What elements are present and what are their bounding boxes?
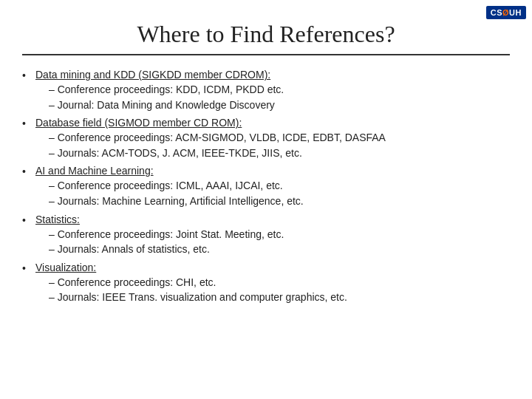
sub-item-2-0: – Conference proceedings: ICML, AAAI, IJ… (49, 179, 510, 194)
logo-at: Ø (502, 8, 509, 17)
bullet-item-1: •Database field (SIGMOD member CD ROM): (22, 117, 510, 129)
sub-item-0-1: – Journal: Data Mining and Knowledge Dis… (49, 98, 510, 113)
bullet-group-4: •Visualization:– Conference proceedings:… (22, 262, 510, 305)
bullet-group-2: •AI and Machine Learning:– Conference pr… (22, 165, 510, 208)
bullet-group-1: •Database field (SIGMOD member CD ROM):–… (22, 117, 510, 160)
sub-items-0: – Conference proceedings: KDD, ICDM, PKD… (49, 83, 510, 112)
sub-text-3-0: – Conference proceedings: Joint Stat. Me… (49, 228, 284, 242)
sub-item-4-0: – Conference proceedings: CHI, etc. (49, 276, 510, 290)
bullet-group-0: •Data mining and KDD (SIGKDD member CDRO… (22, 69, 510, 112)
sub-items-2: – Conference proceedings: ICML, AAAI, IJ… (49, 179, 510, 208)
logo-cs: CS (491, 8, 502, 17)
sub-text-2-0: – Conference proceedings: ICML, AAAI, IJ… (49, 179, 283, 194)
sub-items-4: – Conference proceedings: CHI, etc.– Jou… (49, 276, 510, 305)
bullet-label-3: Statistics: (35, 214, 80, 225)
bullet-dot-3: • (22, 214, 35, 226)
bullet-dot-0: • (22, 69, 35, 81)
sub-text-2-1: – Journals: Machine Learning, Artificial… (49, 194, 304, 209)
sub-item-2-1: – Journals: Machine Learning, Artificial… (49, 194, 510, 209)
sub-items-1: – Conference proceedings: ACM-SIGMOD, VL… (49, 131, 510, 160)
bullet-item-4: •Visualization: (22, 262, 510, 274)
sub-item-1-1: – Journals: ACM-TODS, J. ACM, IEEE-TKDE,… (49, 146, 510, 161)
sub-item-3-1: – Journals: Annals of statistics, etc. (49, 242, 510, 257)
bullet-item-2: •AI and Machine Learning: (22, 165, 510, 177)
title-divider (22, 54, 510, 55)
bullet-dot-2: • (22, 166, 35, 177)
sub-text-0-0: – Conference proceedings: KDD, ICDM, PKD… (49, 83, 284, 98)
logo-badge: CSØUH (486, 6, 526, 19)
bullet-label-0: Data mining and KDD (SIGKDD member CDROM… (35, 69, 270, 81)
content-area: •Data mining and KDD (SIGKDD member CDRO… (0, 69, 532, 305)
sub-text-1-0: – Conference proceedings: ACM-SIGMOD, VL… (49, 131, 386, 146)
bullet-item-0: •Data mining and KDD (SIGKDD member CDRO… (22, 69, 510, 81)
bullet-dot-4: • (22, 262, 35, 274)
sub-text-3-1: – Journals: Annals of statistics, etc. (49, 242, 210, 257)
sub-text-1-1: – Journals: ACM-TODS, J. ACM, IEEE-TKDE,… (49, 146, 302, 161)
bullet-item-3: •Statistics: (22, 214, 510, 226)
logo-uh: UH (509, 8, 522, 17)
sub-text-4-1: – Journals: IEEE Trans. visualization an… (49, 290, 347, 305)
sub-text-4-0: – Conference proceedings: CHI, etc. (49, 276, 216, 290)
sub-item-1-0: – Conference proceedings: ACM-SIGMOD, VL… (49, 131, 510, 146)
sub-item-3-0: – Conference proceedings: Joint Stat. Me… (49, 228, 510, 242)
bullet-label-4: Visualization: (35, 262, 96, 273)
sub-items-3: – Conference proceedings: Joint Stat. Me… (49, 228, 510, 257)
bullet-group-3: •Statistics:– Conference proceedings: Jo… (22, 214, 510, 257)
sub-item-4-1: – Journals: IEEE Trans. visualization an… (49, 290, 510, 305)
sub-item-0-0: – Conference proceedings: KDD, ICDM, PKD… (49, 83, 510, 98)
bullet-label-2: AI and Machine Learning: (35, 165, 154, 177)
bullet-dot-1: • (22, 117, 35, 129)
page-title: Where to Find References? (0, 21, 532, 48)
sub-text-0-1: – Journal: Data Mining and Knowledge Dis… (49, 98, 275, 113)
bullet-label-1: Database field (SIGMOD member CD ROM): (35, 117, 242, 129)
